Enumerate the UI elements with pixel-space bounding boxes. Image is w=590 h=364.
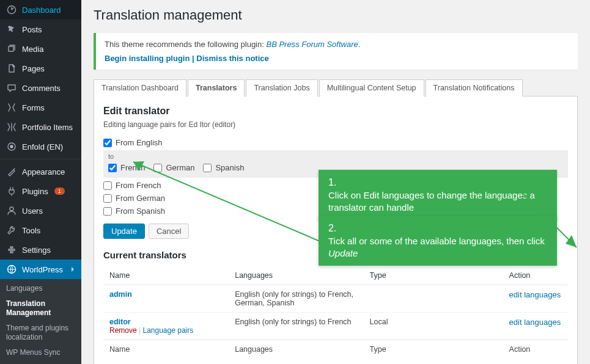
to-lang-german[interactable]: German — [153, 161, 194, 174]
sidebar-item-enfold[interactable]: Enfold (EN) — [0, 137, 81, 156]
to-lang-checkbox[interactable] — [203, 164, 212, 172]
to-lang-label: French — [120, 163, 145, 172]
comment-icon — [6, 82, 17, 93]
update-button[interactable]: Update — [103, 224, 145, 239]
translator-name-link[interactable]: admin — [109, 290, 132, 299]
sidebar-item-label: Portfolio Items — [22, 123, 73, 132]
col-type: Type — [364, 340, 503, 359]
edit-languages-link[interactable]: edit languages — [509, 290, 561, 299]
admin-sidebar: DashboardPostsMediaPagesCommentsFormsPor… — [0, 0, 81, 364]
sidebar-item-pages[interactable]: Pages — [0, 59, 81, 78]
table-row: editor Remove | Language pairs English (… — [103, 313, 568, 340]
to-lang-spanish[interactable]: Spanish — [203, 161, 244, 174]
cancel-button[interactable]: Cancel — [149, 224, 189, 239]
col-action: Action — [503, 340, 568, 359]
sidebar-item-plugins[interactable]: Plugins1 — [0, 181, 81, 201]
notice-text: This theme recommends the following plug… — [105, 40, 266, 49]
edit-languages-link[interactable]: edit languages — [509, 318, 561, 327]
sidebar-item-label: Posts — [22, 25, 42, 34]
settings-icon — [6, 244, 17, 255]
to-lang-french[interactable]: French — [108, 161, 145, 174]
tab-translation-jobs[interactable]: Translation Jobs — [246, 79, 317, 96]
sidebar-item-label: Media — [22, 45, 43, 54]
annotation-text: Tick all or some of the available langua… — [328, 235, 547, 260]
main-content: Translation management This theme recomm… — [81, 0, 590, 364]
tools-icon — [6, 225, 17, 236]
annotation-number: 1. — [328, 176, 547, 189]
translator-name-link[interactable]: editor — [109, 318, 131, 326]
col-type: Type — [364, 266, 503, 285]
tab-translation-notifications[interactable]: Translation Notifications — [426, 79, 523, 96]
col-languages: Languages — [229, 266, 363, 285]
dashboard-icon — [6, 4, 17, 15]
world-icon — [6, 264, 17, 275]
notice-plugin-link[interactable]: BB Press Forum Software — [266, 40, 358, 49]
pin-icon — [6, 24, 17, 35]
to-lang-checkbox[interactable] — [153, 164, 162, 172]
sidebar-separator — [0, 159, 81, 159]
sidebar-item-label: Pages — [22, 64, 45, 73]
sidebar-item-label: Dashboard — [22, 5, 61, 15]
translator-type: Local — [364, 313, 503, 340]
sidebar-submenu-item[interactable]: Languages — [0, 281, 81, 296]
tab-translation-dashboard[interactable]: Translation Dashboard — [94, 79, 186, 96]
sidebar-item-portfolio[interactable]: Portfolio Items — [0, 117, 81, 137]
tab-bar: Translation DashboardTranslatorsTranslat… — [94, 79, 578, 96]
sidebar-item-comments[interactable]: Comments — [0, 78, 81, 98]
notice-dismiss-link[interactable]: Dismiss this notice — [196, 54, 268, 63]
sidebar-item-settings[interactable]: Settings — [0, 240, 81, 260]
sidebar-item-dashboard[interactable]: Dashboard — [0, 0, 81, 20]
sidebar-submenu-item[interactable]: Translation Management — [0, 296, 81, 321]
enfold-icon — [6, 141, 17, 152]
svg-point-3 — [10, 207, 13, 211]
from-lang-checkbox[interactable] — [103, 181, 112, 190]
sidebar-item-worldpress[interactable]: WorldPress — [0, 260, 81, 279]
translator-type — [364, 285, 503, 313]
from-lang-checkbox[interactable] — [103, 207, 112, 216]
translator-languages: English (only for strings) to French — [229, 313, 363, 340]
to-lang-label: Spanish — [215, 163, 244, 172]
sidebar-submenu-item[interactable]: Theme and plugins localization — [0, 321, 81, 345]
annotation-text: Click on Edit languages to change the la… — [328, 189, 547, 214]
col-action: Action — [503, 266, 568, 285]
from-english-row[interactable]: From English — [103, 136, 568, 149]
appearance-icon — [6, 166, 17, 177]
language-pairs-link[interactable]: Language pairs — [142, 326, 193, 335]
to-lang-label: German — [166, 163, 194, 172]
annotation-callout-2: 2. Tick all or some of the available lan… — [319, 216, 557, 266]
sidebar-item-media[interactable]: Media — [0, 39, 81, 59]
portfolio-icon — [6, 122, 17, 133]
forms-icon — [6, 102, 17, 113]
update-badge: 1 — [54, 187, 65, 195]
sidebar-item-label: Forms — [22, 103, 45, 112]
sidebar-submenu-item[interactable]: String Translation — [0, 360, 81, 364]
from-lang-label: From French — [116, 181, 161, 190]
annotation-callout-1: 1. Click on Edit languages to change the… — [319, 170, 557, 220]
sidebar-item-tools[interactable]: Tools — [0, 220, 81, 240]
col-languages: Languages — [229, 340, 363, 359]
svg-point-2 — [10, 145, 13, 148]
sidebar-item-label: Tools — [22, 226, 40, 235]
sidebar-item-users[interactable]: Users — [0, 201, 81, 220]
sidebar-item-forms[interactable]: Forms — [0, 98, 81, 117]
sidebar-submenu-item[interactable]: WP Menus Sync — [0, 345, 81, 360]
annotation-number: 2. — [328, 222, 547, 235]
from-lang-checkbox[interactable] — [103, 194, 112, 203]
tab-multilingual-content-setup[interactable]: Multilingual Content Setup — [319, 79, 424, 96]
remove-link[interactable]: Remove — [109, 326, 137, 335]
edit-translator-subheading: Editing language pairs for Ed Itor (edit… — [103, 120, 568, 129]
notice-install-link[interactable]: Begin installing plugin — [105, 54, 190, 63]
from-english-label: From English — [116, 138, 163, 147]
sidebar-item-appearance[interactable]: Appearance — [0, 162, 81, 181]
sidebar-item-posts[interactable]: Posts — [0, 20, 81, 39]
page-title: Translation management — [94, 0, 578, 33]
tab-translators[interactable]: Translators — [188, 79, 245, 96]
to-lang-checkbox[interactable] — [108, 164, 117, 172]
sidebar-item-label: Settings — [22, 246, 51, 255]
sidebar-item-label: Users — [22, 206, 43, 216]
col-name: Name — [103, 266, 229, 285]
sidebar-item-label: Plugins — [22, 187, 48, 196]
chevron-right-icon — [72, 267, 76, 272]
translators-table: Name Languages Type Action admin English… — [103, 266, 568, 359]
from-english-checkbox[interactable] — [103, 139, 112, 147]
